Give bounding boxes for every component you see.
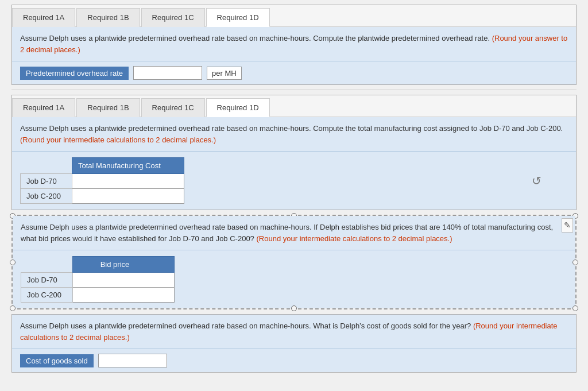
section2-instruction: Assume Delph uses a plantwide predetermi… [12, 117, 576, 152]
section2-tab-bar: Required 1A Required 1B Required 1C Requ… [12, 95, 576, 117]
bid-job-c200-label: Job C-200 [21, 288, 73, 303]
bid-price-table: Bid price Job D-70 Job C-200 [21, 256, 175, 303]
total-mfg-cost-header: Total Manufacturing Cost [72, 158, 184, 174]
section3-table-section: Bid price Job D-70 Job C-200 [13, 250, 575, 308]
tab-section2-1d[interactable]: Required 1D [206, 98, 270, 117]
tab-section1-1d[interactable]: Required 1D [206, 8, 270, 27]
refresh-icon[interactable]: ↺ [532, 174, 541, 188]
bid-job-c200-input[interactable] [73, 288, 174, 302]
tab-section1-1b[interactable]: Required 1B [76, 8, 140, 27]
section3-instruction: Assume Delph uses a plantwide predetermi… [13, 216, 575, 250]
job-c200-label: Job C-200 [21, 189, 72, 204]
edit-icon[interactable]: ✎ [562, 218, 573, 233]
section3-selection: Assume Delph uses a plantwide predetermi… [11, 215, 577, 309]
bid-job-c200-cell [73, 288, 175, 303]
section4-instruction: Assume Delph uses a plantwide predetermi… [12, 315, 576, 349]
tab-section2-1b[interactable]: Required 1B [76, 98, 140, 117]
job-c200-mfg-cost-input[interactable] [72, 189, 184, 203]
table-row: Job D-70 [21, 273, 175, 288]
selection-handle-bm [291, 305, 297, 311]
total-manufacturing-cost-table: Total Manufacturing Cost Job D-70 Job C-… [20, 157, 184, 204]
job-d70-label: Job D-70 [21, 174, 72, 189]
table-row: Job D-70 [21, 174, 184, 189]
job-c200-mfg-cost-cell [72, 189, 184, 204]
table-row: Job C-200 [21, 189, 184, 204]
cost-of-goods-sold-input[interactable] [98, 354, 167, 367]
selection-handle-mr [572, 260, 578, 265]
section2-table-section: Total Manufacturing Cost Job D-70 Job C-… [12, 152, 576, 210]
page-container: Required 1A Required 1B Required 1C Requ… [0, 0, 588, 391]
section4-form-row: Cost of goods sold [12, 349, 576, 372]
selection-handle-bl [10, 305, 16, 311]
job-d70-mfg-cost-input[interactable] [72, 174, 184, 188]
tab-section2-1a[interactable]: Required 1A [12, 98, 75, 117]
bid-job-d70-label: Job D-70 [21, 273, 73, 288]
section4: Assume Delph uses a plantwide predetermi… [11, 314, 577, 373]
bid-job-d70-input[interactable] [73, 273, 174, 287]
cost-of-goods-sold-label: Cost of goods sold [20, 354, 94, 367]
tab-section2-1c[interactable]: Required 1C [141, 98, 205, 117]
job-d70-mfg-cost-cell [72, 174, 184, 189]
selection-handle-ml [10, 260, 16, 265]
tab-section1-1a[interactable]: Required 1A [12, 8, 75, 27]
table-row: Job C-200 [21, 288, 175, 303]
section1-form-row: Predetermined overhead rate per MH [12, 61, 576, 84]
section1-tab-bar: Required 1A Required 1B Required 1C Requ… [12, 5, 576, 27]
predetermined-rate-input[interactable] [133, 66, 202, 80]
section2: Required 1A Required 1B Required 1C Requ… [11, 95, 577, 210]
section3: Assume Delph uses a plantwide predetermi… [13, 216, 575, 308]
section1-instruction: Assume Delph uses a plantwide predetermi… [12, 27, 576, 61]
selection-handle-br [572, 305, 578, 311]
predetermined-rate-label: Predetermined overhead rate [20, 67, 129, 80]
divider1 [11, 90, 577, 90]
tab-section1-1c[interactable]: Required 1C [141, 8, 205, 27]
predetermined-rate-unit: per MH [207, 67, 242, 80]
bid-price-header: Bid price [73, 257, 175, 273]
section1: Required 1A Required 1B Required 1C Requ… [11, 5, 577, 85]
bid-job-d70-cell [73, 273, 175, 288]
